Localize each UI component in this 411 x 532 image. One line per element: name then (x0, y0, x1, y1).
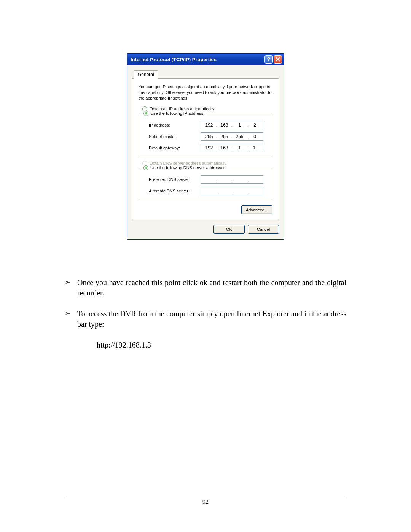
alternate-dns-input[interactable]: . . . (201, 187, 263, 195)
subnet-mask-label: Subnet mask: (143, 134, 201, 139)
bullet-arrow-icon: ➢ (65, 278, 70, 298)
radio-icon (143, 111, 148, 116)
radio-label: Use the following DNS server addresses: (150, 165, 227, 170)
close-button[interactable] (274, 55, 282, 64)
preferred-dns-label: Preferred DNS server: (143, 177, 201, 182)
default-gateway-label: Default gateway: (143, 146, 201, 150)
page-footer: 92 (65, 496, 346, 505)
url-text: http://192.168.1.3 (97, 340, 346, 350)
titlebar: Internet Protocol (TCP/IP) Properties ? (127, 54, 284, 65)
radio-use-dns[interactable]: Use the following DNS server addresses: (142, 165, 228, 170)
tab-general[interactable]: General (134, 70, 158, 79)
cancel-button[interactable]: Cancel (248, 225, 279, 234)
tcpip-properties-dialog: Internet Protocol (TCP/IP) Properties ? … (127, 53, 284, 240)
bullet-text: Once you have reached this point click o… (77, 278, 346, 298)
default-gateway-input[interactable]: 192. 168. 1. 1| (201, 144, 263, 152)
tabpage-general: You can get IP settings assigned automat… (132, 78, 279, 220)
help-button[interactable]: ? (264, 55, 273, 64)
advanced-button[interactable]: Advanced... (241, 205, 272, 214)
preferred-dns-input[interactable]: . . . (201, 175, 263, 184)
client-area: General You can get IP settings assigned… (127, 65, 284, 239)
subnet-mask-input[interactable]: 255. 255. 255. 0 (201, 132, 263, 141)
window-title: Internet Protocol (TCP/IP) Properties (131, 57, 264, 62)
intro-text: You can get IP settings assigned automat… (139, 84, 276, 101)
bullet-arrow-icon: ➢ (65, 309, 70, 329)
list-item: ➢ To access the DVR from the computer si… (65, 309, 346, 329)
radio-label: Use the following IP address: (150, 111, 204, 116)
list-item: ➢ Once you have reached this point click… (65, 278, 346, 298)
radio-use-ip[interactable]: Use the following IP address: (142, 111, 206, 116)
radio-label: Obtain an IP address automatically (150, 106, 214, 111)
tabstrip: General (134, 70, 279, 79)
dns-group: Use the following DNS server addresses: … (139, 168, 272, 200)
ip-address-group: Use the following IP address: IP address… (139, 114, 272, 157)
document-body: ➢ Once you have reached this point click… (65, 278, 346, 350)
page-number: 92 (202, 499, 209, 505)
ip-address-input[interactable]: 192. 168. 1. 2 (201, 121, 263, 129)
alternate-dns-label: Alternate DNS server: (143, 189, 201, 193)
dialog-buttons: OK Cancel (132, 225, 279, 234)
advanced-row: Advanced... (139, 204, 272, 214)
close-icon (276, 57, 280, 62)
radio-icon (143, 165, 148, 170)
radio-label: Obtain DNS server address automatically (150, 161, 226, 165)
ip-address-label: IP address: (143, 123, 201, 127)
ok-button[interactable]: OK (213, 225, 245, 234)
bullet-text: To access the DVR from the computer simp… (77, 309, 346, 329)
